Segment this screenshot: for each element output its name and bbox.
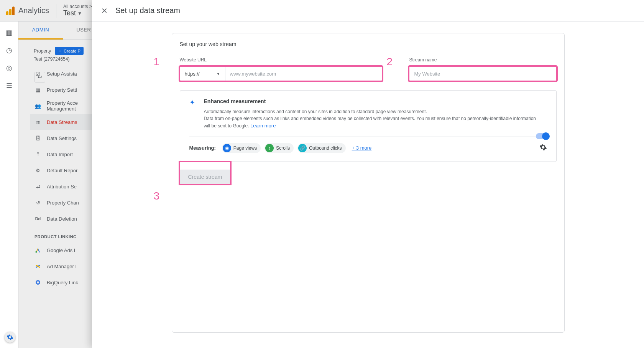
advertising-icon[interactable]: ◎ xyxy=(5,64,13,72)
measuring-label: Measuring: xyxy=(189,145,216,151)
chevron-down-icon: ▼ xyxy=(217,72,220,76)
gear-icon xyxy=(7,334,13,341)
protocol-select[interactable]: https:// ▼ xyxy=(180,67,225,81)
settings-gear-icon[interactable] xyxy=(539,143,547,152)
tab-admin[interactable]: ADMIN xyxy=(18,21,63,40)
enhanced-measurement-card: ✦ Enhanced measurement Automatically mea… xyxy=(180,90,557,162)
ad-manager-icon xyxy=(34,263,41,269)
chip-page-views: ◉Page views xyxy=(222,143,261,153)
breadcrumb-current: Test ▼ xyxy=(63,9,96,17)
breadcrumb-current-text: Test xyxy=(63,9,76,17)
configure-icon[interactable]: ☰ xyxy=(5,81,13,90)
logo[interactable]: Analytics xyxy=(6,6,49,15)
panel-title: Set up data stream xyxy=(115,6,180,15)
sliders-icon: ⚙ xyxy=(34,168,41,173)
bigquery-icon xyxy=(34,279,41,285)
learn-more-link[interactable]: Learn more xyxy=(250,123,276,129)
upload-icon: ⤒ xyxy=(34,152,41,157)
protocol-value: https:// xyxy=(185,71,200,77)
svg-point-0 xyxy=(35,251,37,253)
enhanced-description: Automatically measure interactions and c… xyxy=(204,108,541,130)
panel-header: ✕ Set up data stream xyxy=(92,0,644,21)
attribution-icon: ⇄ xyxy=(34,184,41,190)
create-property-button[interactable]: ＋Create P xyxy=(55,47,83,55)
stream-name-label: Stream name xyxy=(409,57,556,63)
stream-name-input[interactable] xyxy=(409,66,556,81)
sparkle-icon: ✦ xyxy=(189,98,197,107)
eye-icon: ◉ xyxy=(223,144,231,152)
history-icon: ↺ xyxy=(34,200,41,206)
measuring-row: Measuring: ◉Page views ↕Scrolls 🔗Outboun… xyxy=(189,143,547,153)
setup-data-stream-panel: ✕ Set up data stream Set up your web str… xyxy=(92,0,644,348)
left-nav-rail: ▥ ◷ ◎ ☰ xyxy=(0,21,18,348)
create-stream-highlight: Create stream xyxy=(180,162,231,184)
divider xyxy=(189,137,547,137)
enhanced-title: Enhanced measurement xyxy=(204,98,547,104)
enhanced-toggle[interactable] xyxy=(536,133,549,139)
dd-icon: Dd xyxy=(34,216,41,221)
analytics-logo-icon xyxy=(6,7,15,15)
divider xyxy=(56,4,56,18)
property-label: Property xyxy=(34,48,51,54)
chevron-down-icon: ▼ xyxy=(77,11,82,16)
more-events-link[interactable]: + 3 more xyxy=(352,145,372,151)
annotation-2: 2 xyxy=(387,56,393,68)
chip-outbound-clicks: 🔗Outbound clicks xyxy=(297,143,345,153)
website-url-field: https:// ▼ xyxy=(180,66,383,81)
layout-icon: ▦ xyxy=(34,87,41,93)
scroll-icon: ↕ xyxy=(265,144,274,152)
breadcrumb-path: All accounts > b xyxy=(63,4,96,9)
setup-card: Set up your web stream 1 2 3 Website URL… xyxy=(172,33,565,333)
annotation-1: 1 xyxy=(154,56,160,68)
website-url-input[interactable] xyxy=(225,67,382,81)
admin-gear-button[interactable] xyxy=(5,332,15,343)
google-ads-icon xyxy=(34,247,41,253)
close-icon[interactable]: ✕ xyxy=(101,6,108,15)
link-icon: 🔗 xyxy=(298,144,307,152)
create-stream-button[interactable]: Create stream xyxy=(180,170,231,184)
product-name: Analytics xyxy=(18,6,49,15)
database-icon: 🗄 xyxy=(34,135,41,141)
card-title: Set up your web stream xyxy=(180,41,557,47)
website-url-label: Website URL xyxy=(180,57,383,63)
chip-scrolls: ↕Scrolls xyxy=(264,143,294,153)
check-square-icon: ☑ xyxy=(34,71,41,77)
streams-icon: ≋ xyxy=(34,119,41,125)
explore-icon[interactable]: ◷ xyxy=(5,46,13,54)
breadcrumb[interactable]: All accounts > b Test ▼ xyxy=(63,4,96,17)
svg-point-4 xyxy=(37,281,39,283)
reports-icon[interactable]: ▥ xyxy=(5,28,13,37)
annotation-3: 3 xyxy=(154,190,160,202)
people-icon: 👥 xyxy=(34,103,41,109)
